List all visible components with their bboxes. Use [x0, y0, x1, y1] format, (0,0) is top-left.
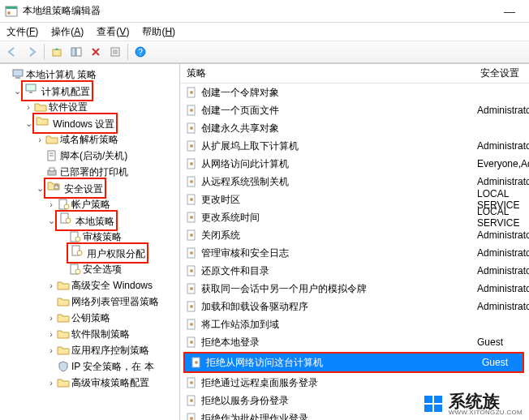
policy-icon: [58, 212, 71, 225]
folder-icon: [36, 114, 49, 127]
tree-twist[interactable]: [45, 277, 57, 294]
list-row[interactable]: 还原文件和目录Administrators: [180, 262, 529, 280]
policy-item-icon: [185, 104, 198, 117]
computer-icon: [24, 82, 37, 95]
tree-advanced-windows[interactable]: 高级安全 Windows: [0, 277, 179, 294]
svg-rect-73: [434, 405, 442, 412]
tree-twist[interactable]: [45, 326, 57, 342]
forward-button[interactable]: [23, 43, 41, 61]
menu-help[interactable]: 帮助(H): [137, 24, 180, 41]
tree-computer-config[interactable]: 计算机配置: [0, 83, 179, 99]
menu-file[interactable]: 文件(F): [2, 24, 43, 41]
folder-icon: [34, 101, 47, 114]
policy-setting: Administrators: [477, 176, 529, 187]
policy-name: 拒绝以服务身份登录: [201, 394, 289, 408]
tree-label: 软件限制策略: [71, 326, 130, 342]
tree-label: 高级审核策略配置: [71, 375, 149, 391]
tree-dns-policy[interactable]: 域名解析策略: [0, 131, 179, 148]
list-row[interactable]: 将工作站添加到域: [180, 315, 529, 333]
policy-item-icon: [185, 336, 198, 349]
list-row[interactable]: 关闭系统Administrators: [180, 226, 529, 244]
list-row[interactable]: 创建一个页面文件Administrators: [180, 101, 529, 119]
policy-icon: [68, 263, 81, 276]
svg-point-65: [190, 381, 193, 384]
list-row[interactable]: 管理审核和安全日志Administrators: [180, 244, 529, 262]
policy-name: 关闭系统: [201, 229, 240, 242]
svg-point-37: [190, 126, 193, 130]
tree-label: 脚本(启动/关机): [60, 148, 127, 164]
tree-windows-settings[interactable]: Windows 设置: [0, 115, 179, 131]
tree-app-control[interactable]: 应用程序控制策略: [0, 342, 179, 358]
policy-setting: Guest: [477, 336, 529, 348]
tree-twist[interactable]: [45, 342, 57, 358]
show-hide-tree-button[interactable]: [67, 43, 85, 61]
svg-point-25: [66, 218, 71, 223]
list-row[interactable]: 创建永久共享对象: [180, 119, 529, 137]
policy-item-icon: [185, 318, 198, 331]
policy-item-icon: [190, 356, 203, 369]
svg-point-41: [190, 162, 193, 165]
svg-point-55: [190, 287, 193, 290]
menu-action[interactable]: 操作(A): [46, 24, 88, 41]
app-icon: [5, 5, 18, 18]
folder-icon: [57, 279, 70, 292]
tree-ip-sec[interactable]: IP 安全策略，在 本: [0, 358, 179, 375]
tree-pane[interactable]: 本地计算机 策略 计算机配置 软件设置: [0, 64, 180, 420]
policy-setting: Everyone,Administrators: [477, 158, 529, 169]
policy-name: 将工作站添加到域: [201, 318, 279, 332]
column-policy[interactable]: 策略: [180, 66, 479, 80]
policy-setting: LOCAL SERVICE: [477, 206, 529, 229]
svg-rect-12: [13, 70, 23, 76]
list-row[interactable]: 从网络访问此计算机Everyone,Administrators: [180, 155, 529, 173]
svg-point-67: [190, 399, 193, 402]
tree-twist[interactable]: [34, 131, 45, 148]
back-button[interactable]: [3, 43, 21, 61]
svg-point-63: [195, 361, 198, 364]
lock-folder-icon: [47, 179, 60, 192]
menu-view[interactable]: 查看(V): [92, 24, 134, 41]
minimize-button[interactable]: —: [495, 5, 524, 18]
folder-icon: [57, 295, 70, 308]
list-row[interactable]: 拒绝本地登录Guest: [180, 333, 529, 351]
tree-scripts[interactable]: 脚本(启动/关机): [0, 148, 179, 164]
policy-item-icon: [185, 122, 198, 135]
list-row[interactable]: 获取同一会话中另一个用户的模拟令牌Administrators: [180, 280, 529, 298]
selected-row-highlight: 拒绝从网络访问这台计算机Guest: [183, 352, 524, 373]
policy-setting: Administrators: [477, 301, 529, 312]
list-row[interactable]: 创建一个令牌对象: [180, 84, 529, 101]
policy-name: 从远程系统强制关机: [201, 175, 289, 189]
list-row[interactable]: 加载和卸载设备驱动程序Administrators: [180, 298, 529, 315]
list-row[interactable]: 更改系统时间LOCAL SERVICE: [180, 208, 529, 226]
policy-name: 从扩展坞上取下计算机: [201, 139, 299, 153]
help-button[interactable]: ?: [131, 43, 149, 61]
toolbar: ?: [0, 41, 529, 63]
up-button[interactable]: [48, 43, 66, 61]
tree-advanced-audit[interactable]: 高级审核策略配置: [0, 375, 179, 391]
svg-point-33: [190, 91, 193, 94]
policy-name: 从网络访问此计算机: [201, 157, 289, 171]
column-security[interactable]: 安全设置: [479, 66, 529, 80]
svg-rect-14: [26, 84, 36, 91]
tree-software-restrict[interactable]: 软件限制策略: [0, 326, 179, 342]
tree-public-key[interactable]: 公钥策略: [0, 310, 179, 326]
window-title: 本地组策略编辑器: [23, 4, 495, 18]
list-row[interactable]: 拒绝从网络访问这台计算机Guest: [185, 354, 523, 371]
tree-twist[interactable]: [45, 375, 57, 391]
list-pane[interactable]: 策略 安全设置 创建一个令牌对象创建一个页面文件Administrators创建…: [180, 64, 529, 420]
tree-local-policies[interactable]: 本地策略: [0, 212, 179, 229]
tree-root: 本地计算机 策略 计算机配置 软件设置: [0, 66, 179, 391]
tree-twist[interactable]: [45, 310, 57, 326]
svg-point-61: [190, 341, 193, 344]
list-row[interactable]: 从扩展坞上取下计算机Administrators: [180, 137, 529, 155]
computer-icon: [11, 68, 24, 81]
tree-network-list[interactable]: 网络列表管理器策略: [0, 294, 179, 310]
tree-security-settings[interactable]: 安全设置: [0, 180, 179, 196]
svg-text:?: ?: [138, 48, 143, 57]
properties-button[interactable]: [106, 43, 124, 61]
tree-user-rights[interactable]: 用户权限分配: [0, 245, 179, 261]
delete-button[interactable]: [87, 43, 105, 61]
policy-name: 拒绝本地登录: [201, 336, 260, 349]
tree-security-options[interactable]: 安全选项: [0, 261, 179, 277]
svg-point-45: [190, 198, 193, 201]
policy-setting: Administrators: [477, 283, 529, 294]
